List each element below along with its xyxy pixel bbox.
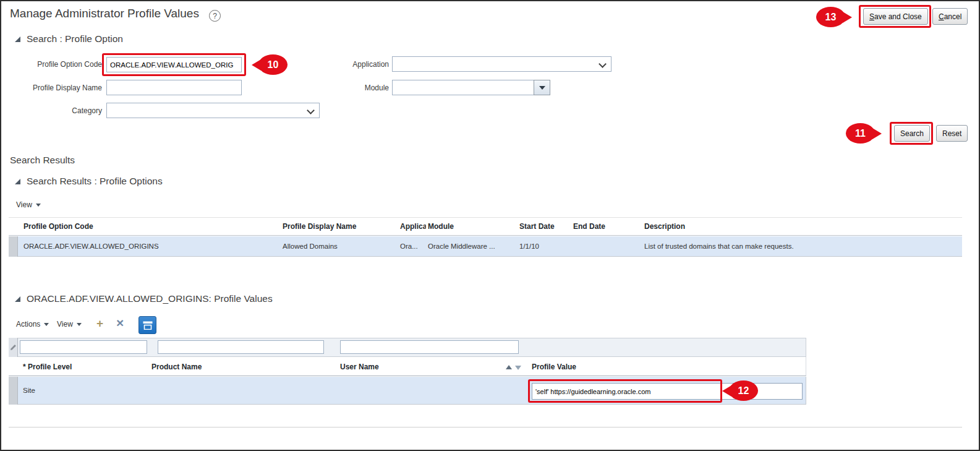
profile-values-section-title: ORACLE.ADF.VIEW.ALLOWED_ORIGINS: Profile… [27, 293, 273, 304]
col-profile-level[interactable]: * Profile Level [23, 363, 72, 371]
cell-profile-level[interactable]: Site [23, 377, 35, 405]
page-title: Manage Administrator Profile Values [10, 7, 199, 20]
dropdown-triangle-icon [539, 86, 545, 90]
search-results-heading: Search Results [10, 155, 75, 166]
add-row-icon[interactable]: + [96, 317, 103, 329]
reset-button[interactable]: Reset [936, 125, 968, 142]
help-icon[interactable]: ? [209, 10, 221, 22]
col-product-name[interactable]: Product Name [151, 363, 202, 371]
reset-button-label: Reset [942, 129, 961, 138]
menu-triangle-icon [44, 323, 49, 326]
sort-ascending-icon[interactable] [506, 365, 512, 369]
actions-menu[interactable]: Actions [16, 320, 49, 329]
category-label: Category [14, 106, 102, 115]
cell-profile-display-name[interactable]: Allowed Domains [283, 236, 338, 257]
detach-icon[interactable] [138, 316, 156, 334]
col-profile-option-code[interactable]: Profile Option Code [23, 222, 93, 231]
search-section-header[interactable]: Search : Profile Option [15, 33, 123, 45]
callout-13: 13 [816, 7, 845, 27]
detach-glyph [143, 321, 153, 330]
row-selector-cell[interactable] [9, 377, 18, 405]
profile-display-name-input[interactable] [106, 80, 242, 95]
menu-triangle-icon [36, 204, 41, 207]
menu-triangle-icon [77, 323, 82, 326]
profile-option-code-label: Profile Option Code [14, 60, 102, 69]
callout-13-number: 13 [825, 12, 837, 23]
cell-module[interactable]: Oracle Middleware ... [428, 236, 495, 257]
results-table-header-row [9, 217, 962, 236]
filter-profile-level-input[interactable] [20, 340, 147, 354]
save-and-close-button[interactable]: Save and Close [863, 8, 928, 25]
category-select[interactable] [106, 103, 320, 118]
module-label: Module [310, 84, 389, 92]
expand-triangle-icon[interactable] [15, 179, 20, 184]
profile-values-section-header[interactable]: ORACLE.ADF.VIEW.ALLOWED_ORIGINS: Profile… [15, 293, 273, 304]
module-input[interactable] [392, 80, 534, 95]
callout-12-number: 12 [738, 385, 749, 397]
col-application[interactable]: Applica [400, 222, 426, 231]
delete-row-icon[interactable]: × [116, 316, 124, 329]
callout-11: 11 [846, 123, 875, 144]
search-button[interactable]: Search [894, 125, 930, 142]
cell-start-date[interactable]: 1/1/10 [519, 236, 539, 257]
filter-user-name-input[interactable] [340, 340, 519, 354]
col-profile-value[interactable]: Profile Value [532, 363, 576, 371]
results-section-title: Search Results : Profile Options [27, 176, 163, 187]
bottom-separator [9, 427, 962, 427]
profile-option-code-input[interactable] [106, 57, 242, 72]
col-start-date[interactable]: Start Date [519, 222, 555, 231]
actions-menu-label: Actions [16, 320, 40, 329]
profile-value-input[interactable] [532, 383, 803, 400]
application-label: Application [310, 60, 389, 69]
view-menu-label: View [16, 200, 32, 209]
chevron-down-icon [599, 60, 607, 68]
results-section-header[interactable]: Search Results : Profile Options [15, 176, 163, 187]
results-view-menu[interactable]: View [16, 200, 41, 209]
help-glyph: ? [213, 12, 217, 20]
pencil-icon [10, 344, 17, 351]
module-dropdown-button[interactable] [534, 80, 550, 95]
search-section-title: Search : Profile Option [27, 33, 123, 45]
col-profile-display-name[interactable]: Profile Display Name [283, 222, 356, 231]
filter-product-name-input[interactable] [158, 340, 324, 354]
col-user-name[interactable]: User Name [340, 363, 379, 371]
search-button-label: Search [900, 129, 924, 138]
callout-11-number: 11 [855, 128, 866, 139]
expand-triangle-icon[interactable] [15, 37, 20, 42]
chevron-down-icon [307, 106, 315, 114]
view-menu-label: View [57, 320, 73, 329]
col-module[interactable]: Module [428, 222, 454, 231]
cell-profile-option-code[interactable]: ORACLE.ADF.VIEW.ALLOWED_ORIGINS [23, 236, 159, 257]
callout-10-number: 10 [268, 59, 279, 71]
callout-12: 12 [729, 380, 758, 401]
manage-admin-profile-values-page: Manage Administrator Profile Values ? 13… [0, 0, 980, 451]
row-selector-cell[interactable] [9, 236, 18, 257]
col-end-date[interactable]: End Date [573, 222, 605, 231]
profile-values-header-row [9, 357, 806, 376]
sort-descending-icon[interactable] [515, 366, 521, 370]
cell-description[interactable]: List of trusted domains that can make re… [644, 236, 794, 257]
profile-values-view-menu[interactable]: View [57, 320, 82, 329]
save-and-close-label: Save and Close [869, 12, 922, 21]
filter-row-header-cell[interactable] [9, 338, 18, 357]
profile-display-name-label: Profile Display Name [14, 84, 102, 92]
cancel-button[interactable]: Cancel [932, 8, 968, 25]
cell-application[interactable]: Ora... [400, 236, 418, 257]
cancel-label: Cancel [939, 12, 961, 21]
expand-triangle-icon[interactable] [15, 296, 20, 302]
col-description[interactable]: Description [644, 222, 685, 231]
application-select[interactable] [392, 56, 611, 72]
callout-10: 10 [258, 54, 288, 75]
